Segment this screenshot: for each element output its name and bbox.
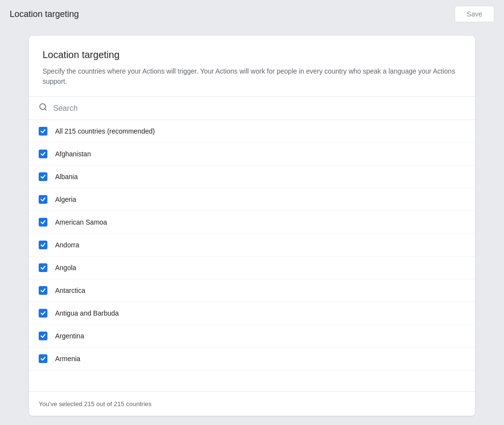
checkbox[interactable] xyxy=(39,332,47,340)
checkbox[interactable] xyxy=(39,286,47,295)
svg-line-1 xyxy=(44,108,46,110)
main-card: Location targeting Specify the countries… xyxy=(29,36,475,416)
checkbox[interactable] xyxy=(39,354,47,363)
checkbox[interactable] xyxy=(39,309,47,318)
country-name: American Samoa xyxy=(55,218,107,226)
list-item[interactable]: Armenia xyxy=(29,348,475,370)
country-name: Afghanistan xyxy=(55,150,91,158)
search-icon xyxy=(39,103,47,114)
search-input[interactable] xyxy=(53,104,465,113)
search-bar xyxy=(29,97,475,120)
list-item[interactable]: Angola xyxy=(29,257,475,279)
checkbox[interactable] xyxy=(39,127,47,136)
country-name: Armenia xyxy=(55,355,80,363)
checkbox[interactable] xyxy=(39,263,47,272)
list-item[interactable]: Argentina xyxy=(29,325,475,348)
card-description: Specify the countries where your Actions… xyxy=(43,66,461,87)
checkbox[interactable] xyxy=(39,195,47,204)
country-name: Andorra xyxy=(55,241,79,249)
checkbox[interactable] xyxy=(39,218,47,227)
list-item[interactable]: American Samoa xyxy=(29,211,475,234)
country-name: Algeria xyxy=(55,196,76,203)
country-list-wrapper: All 215 countries (recommended) Afghanis… xyxy=(29,120,475,391)
checkbox[interactable] xyxy=(39,172,47,181)
list-item[interactable]: Algeria xyxy=(29,188,475,211)
page-title: Location targeting xyxy=(10,9,79,19)
country-name: Argentina xyxy=(55,332,84,340)
country-name: Antarctica xyxy=(55,287,85,294)
list-item[interactable]: Andorra xyxy=(29,234,475,257)
checkbox[interactable] xyxy=(39,241,47,249)
card-header: Location targeting Specify the countries… xyxy=(29,36,475,97)
card-title: Location targeting xyxy=(43,49,461,61)
country-name: Angola xyxy=(55,264,76,272)
country-list[interactable]: All 215 countries (recommended) Afghanis… xyxy=(29,120,475,391)
country-name: Antigua and Barbuda xyxy=(55,309,119,317)
list-item[interactable]: Antarctica xyxy=(29,279,475,302)
list-item[interactable]: All 215 countries (recommended) xyxy=(29,120,475,143)
country-name: Albania xyxy=(55,173,78,181)
save-button[interactable]: Save xyxy=(455,6,494,22)
footer-text: You've selected 215 out of 215 countries xyxy=(39,400,151,408)
footer: You've selected 215 out of 215 countries xyxy=(29,391,475,416)
list-item[interactable]: Afghanistan xyxy=(29,143,475,166)
checkbox[interactable] xyxy=(39,150,47,158)
list-item[interactable]: Antigua and Barbuda xyxy=(29,302,475,325)
list-item[interactable]: Albania xyxy=(29,166,475,188)
country-name: All 215 countries (recommended) xyxy=(55,127,155,135)
